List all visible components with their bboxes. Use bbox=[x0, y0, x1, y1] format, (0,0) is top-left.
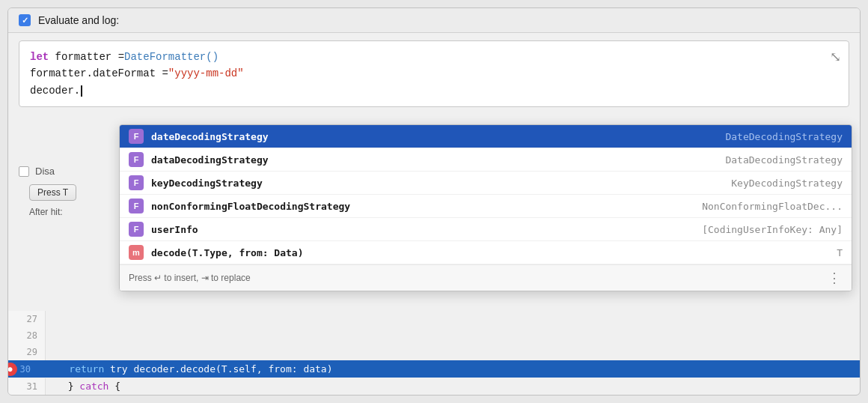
code-plain-3: decoder. bbox=[30, 82, 82, 99]
disabled-row: Disa bbox=[19, 166, 87, 177]
press-button[interactable]: Press T bbox=[29, 184, 76, 201]
line-29: 29 bbox=[8, 344, 860, 360]
kw-catch: catch bbox=[79, 381, 109, 392]
line-code-30: return try decoder.decode(T.self, from: … bbox=[35, 360, 860, 378]
line-30-icon-area: ● 30 bbox=[8, 363, 35, 376]
ac-badge-0: F bbox=[129, 129, 144, 144]
ac-item-4[interactable]: FuserInfo[CodingUserInfoKey: Any] bbox=[120, 218, 852, 241]
ac-badge-5: m bbox=[129, 245, 144, 260]
main-container: Evaluate and log: let formatter = DateFo… bbox=[7, 7, 861, 396]
ac-item-0[interactable]: FdateDecodingStrategyDateDecodingStrateg… bbox=[120, 125, 852, 148]
ac-type-1: DataDecodingStrategy bbox=[725, 154, 843, 166]
ac-type-5: T bbox=[837, 247, 843, 258]
ac-name-4: userInfo bbox=[151, 224, 694, 235]
ac-badge-1: F bbox=[129, 152, 144, 167]
ac-badge-3: F bbox=[129, 199, 144, 213]
editor-area: let formatter = DateFormatter() formatte… bbox=[19, 40, 849, 107]
ac-badge-4: F bbox=[129, 222, 144, 237]
footer-hint: Press ↵ to insert, ⇥ to replace bbox=[129, 273, 251, 283]
line-31: 31 } catch { bbox=[8, 378, 860, 395]
ac-item-5[interactable]: mdecode(T.Type, from: Data)T bbox=[120, 241, 852, 264]
line-30: ● 30 return try decoder.decode(T.self, f… bbox=[8, 360, 860, 378]
editor-line-2: formatter.dateFormat = "yyyy-mm-dd" bbox=[30, 65, 838, 82]
top-bar: Evaluate and log: bbox=[8, 8, 860, 33]
code-plain-2: formatter.dateFormat = bbox=[30, 65, 168, 82]
ac-name-0: dateDecodingStrategy bbox=[151, 131, 718, 142]
autocomplete-footer: Press ↵ to insert, ⇥ to replace ⋮ bbox=[120, 264, 852, 291]
ac-type-2: KeyDecodingStrategy bbox=[731, 178, 843, 189]
ac-item-3[interactable]: FnonConformingFloatDecodingStrategyNonCo… bbox=[120, 195, 852, 218]
line-num-30: 30 bbox=[20, 364, 32, 375]
ac-type-4: [CodingUserInfoKey: Any] bbox=[702, 224, 843, 235]
ac-name-2: keyDecodingStrategy bbox=[151, 178, 724, 189]
autocomplete-dropdown: FdateDecodingStrategyDateDecodingStrateg… bbox=[119, 124, 852, 291]
line-code-31: } catch { bbox=[46, 378, 860, 395]
after-hit-label: After hit: bbox=[19, 204, 87, 220]
ac-item-2[interactable]: FkeyDecodingStrategyKeyDecodingStrategy bbox=[120, 172, 852, 195]
code-type-1: DateFormatter() bbox=[124, 49, 218, 65]
line-code-29 bbox=[46, 349, 860, 355]
kw-return-30: return bbox=[69, 363, 104, 375]
ac-name-1: dataDecodingStrategy bbox=[151, 154, 718, 166]
line-code-27 bbox=[46, 316, 860, 322]
code-plain-1: formatter = bbox=[49, 49, 124, 65]
editor-line-1: let formatter = DateFormatter() bbox=[30, 49, 838, 65]
keyword-let: let bbox=[30, 49, 49, 65]
ac-name-5: decode(T.Type, from: Data) bbox=[151, 247, 829, 258]
disabled-checkbox[interactable] bbox=[19, 166, 29, 177]
line-28: 28 bbox=[8, 327, 860, 344]
ac-type-0: DateDecodingStrategy bbox=[725, 131, 843, 142]
footer-dots: ⋮ bbox=[828, 270, 843, 286]
line-num-27: 27 bbox=[8, 311, 46, 327]
top-bar-label: Evaluate and log: bbox=[38, 14, 119, 26]
line-num-31: 31 bbox=[8, 378, 46, 395]
evaluate-checkbox[interactable] bbox=[19, 14, 31, 26]
line-code-28 bbox=[46, 333, 860, 339]
left-panel: Disa Press T After hit: bbox=[19, 166, 87, 220]
line-num-28: 28 bbox=[8, 327, 46, 344]
code-string-1: "yyyy-mm-dd" bbox=[168, 65, 244, 82]
ac-badge-2: F bbox=[129, 175, 144, 190]
breakpoint-icon: ● bbox=[7, 363, 17, 376]
ac-name-3: nonConformingFloatDecodingStrategy bbox=[151, 201, 694, 212]
minimize-icon[interactable]: ⤡ bbox=[830, 47, 841, 69]
disabled-label: Disa bbox=[35, 166, 55, 177]
bottom-lines: 27 28 29 ● 30 return try decoder.decode(… bbox=[8, 308, 860, 395]
ac-type-3: NonConformingFloatDec... bbox=[702, 201, 843, 212]
line-num-29: 29 bbox=[8, 344, 46, 360]
ac-item-1[interactable]: FdataDecodingStrategyDataDecodingStrateg… bbox=[120, 148, 852, 172]
line-27: 27 bbox=[8, 311, 860, 327]
editor-line-3: decoder. bbox=[30, 82, 838, 99]
